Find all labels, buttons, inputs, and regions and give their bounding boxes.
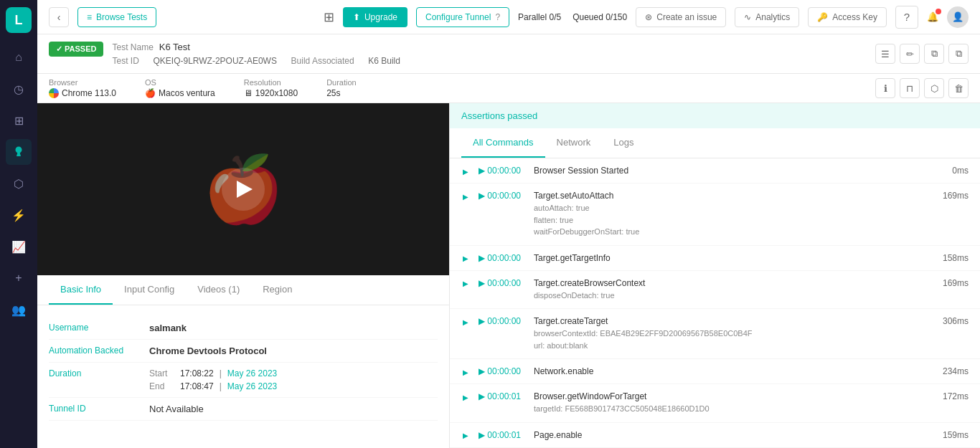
content-area: 🍎 Basic Info Input Config Videos (1) Reg… — [37, 103, 980, 448]
end-label: End — [149, 381, 174, 391]
tunnel-row: Tunnel ID Not Available — [49, 398, 438, 421]
topnav-left: ‹ ≡ Browse Tests — [49, 7, 156, 27]
os-info-item: OS 🍎 Macos ventura — [145, 78, 215, 98]
expand-icon[interactable]: ▶ — [461, 254, 470, 263]
grid-icon[interactable]: ⊞ — [6, 108, 32, 133]
share-icon-button[interactable]: ⬡ — [924, 78, 944, 98]
robot-icon[interactable] — [6, 139, 32, 165]
resolution-value: 🖥 1920x1080 — [244, 88, 298, 98]
command-row: ▶ ▶ 00:00:00 Target.createTarget browser… — [450, 309, 980, 359]
start-time-row: Start 17:08:22 | May 26 2023 — [149, 368, 277, 378]
command-params: targetId: FE568B9017473CC505048E18660D1D… — [534, 403, 934, 415]
duration-label: Duration — [49, 368, 149, 391]
copy-icon-button[interactable]: ⧉ — [924, 44, 944, 64]
status-badge: ✓ PASSED — [49, 42, 103, 57]
test-id-label: Test ID — [112, 56, 138, 66]
command-row: ▶ ▶ 00:00:01 Page.enable 159ms — [450, 423, 980, 448]
left-panel: 🍎 Basic Info Input Config Videos (1) Reg… — [37, 103, 450, 448]
tab-network[interactable]: Network — [545, 128, 603, 158]
access-key-button[interactable]: 🔑 Access Key — [808, 7, 887, 27]
play-button[interactable] — [222, 168, 265, 211]
parallel-info: Parallel 0/5 Queued 0/150 — [518, 12, 627, 22]
test-name-row: Test Name K6 Test — [112, 42, 400, 52]
list-icon-button[interactable]: ☰ — [875, 44, 895, 64]
expand-icon[interactable]: ▶ — [461, 368, 470, 376]
command-details: Target.getTargetInfo — [534, 253, 934, 263]
command-params: autoAttach: trueflatten: truewaitForDebu… — [534, 202, 934, 238]
test-header-actions: ☰ ✏ ⧉ ⧉ — [875, 44, 969, 64]
tab-basic-info[interactable]: Basic Info — [49, 275, 113, 305]
browser-info-bar: Browser Chrome 113.0 OS 🍎 Macos ventura … — [37, 74, 980, 103]
chart-icon[interactable]: 📈 — [6, 234, 32, 259]
automation-label: Automation Backed — [49, 345, 149, 356]
queued-label: Queued 0/150 — [573, 12, 627, 22]
expand-icon[interactable]: ▶ — [461, 192, 470, 201]
browse-tests-button[interactable]: ≡ Browse Tests — [77, 7, 156, 27]
monitor-icon: 🖥 — [244, 88, 253, 98]
clock-icon[interactable]: ◷ — [6, 76, 32, 102]
edit-icon-button[interactable]: ✏ — [900, 44, 920, 64]
reset-icon-button[interactable]: ⊓ — [900, 78, 920, 98]
expand-icon[interactable]: ▶ — [461, 167, 470, 176]
delete-icon-button[interactable]: ⧉ — [948, 44, 969, 64]
os-icon: 🍎 — [145, 88, 156, 98]
username-label: Username — [49, 323, 149, 333]
notification-badge — [936, 9, 941, 14]
commands-tabs-bar: All Commands Network Logs — [450, 128, 980, 158]
command-time: ▶ 00:00:00 — [479, 278, 525, 288]
logo[interactable]: L — [6, 7, 32, 33]
command-time: ▶ 00:00:00 — [479, 166, 525, 176]
video-player[interactable]: 🍎 — [37, 103, 449, 275]
expand-icon[interactable]: ▶ — [461, 318, 470, 326]
command-duration: 306ms — [943, 316, 969, 326]
create-issue-button[interactable]: ⊛ Create an issue — [636, 7, 726, 27]
analytics-label: Analytics — [755, 12, 790, 22]
plus-icon[interactable]: + — [6, 265, 32, 291]
command-duration: 172ms — [943, 391, 969, 401]
build-value: K6 Build — [368, 56, 400, 66]
key-icon: 🔑 — [817, 12, 828, 22]
help-button[interactable]: ? — [895, 6, 918, 29]
command-time: ▶ 00:00:00 — [479, 191, 525, 201]
user-avatar[interactable]: 👤 — [947, 6, 969, 28]
expand-icon[interactable]: ▶ — [461, 432, 470, 440]
tunnel-label: Tunnel ID — [49, 404, 149, 414]
duration-info-item: Duration 25s — [326, 78, 357, 98]
command-details: Browser Session Started — [534, 166, 943, 176]
expand-icon[interactable]: ▶ — [461, 393, 470, 401]
tab-region[interactable]: Region — [251, 275, 303, 305]
analytics-button[interactable]: ∿ Analytics — [735, 7, 799, 27]
configure-tunnel-button[interactable]: Configure Tunnel ? — [416, 7, 509, 27]
duration-value: 25s — [326, 88, 357, 98]
expand-icon[interactable]: ▶ — [461, 280, 470, 288]
browser-icon — [49, 88, 59, 98]
command-details: Browser.getWindowForTarget targetId: FE5… — [534, 391, 934, 415]
trash-icon-button[interactable]: 🗑 — [948, 78, 969, 98]
basic-info-panel: Username salmank Automation Backed Chrom… — [37, 305, 449, 448]
lightning-icon[interactable]: ⚡ — [6, 202, 32, 228]
os-value: 🍎 Macos ventura — [145, 88, 215, 98]
layers-icon[interactable]: ⬡ — [6, 171, 32, 196]
topnav: ‹ ≡ Browse Tests ⊞ ⬆ Upgrade Configure T… — [37, 0, 980, 34]
tab-videos[interactable]: Videos (1) — [186, 275, 251, 305]
end-time-row: End 17:08:47 | May 26 2023 — [149, 381, 277, 391]
command-details: Target.createTarget browserContextId: EB… — [534, 316, 934, 351]
apps-grid-icon[interactable]: ⊞ — [324, 9, 334, 25]
notifications-icon[interactable]: 🔔 — [927, 11, 938, 22]
start-label: Start — [149, 368, 174, 378]
browser-action-icons: ℹ ⊓ ⬡ 🗑 — [875, 78, 969, 98]
test-id-row: Test ID QKEIQ-9LRWZ-2POUZ-AE0WS Build As… — [112, 55, 400, 66]
tab-input-config[interactable]: Input Config — [113, 275, 186, 305]
info-icon-button[interactable]: ℹ — [875, 78, 895, 98]
command-time: ▶ 00:00:01 — [479, 430, 525, 440]
tab-all-commands[interactable]: All Commands — [461, 128, 545, 158]
browse-tests-icon: ≡ — [87, 12, 92, 22]
test-header: ✓ PASSED Test Name K6 Test Test ID QKEIQ… — [37, 34, 980, 74]
back-button[interactable]: ‹ — [49, 7, 69, 27]
resolution-info-item: Resolution 🖥 1920x1080 — [244, 78, 298, 98]
start-value: 17:08:22 — [180, 368, 214, 378]
user-group-icon[interactable]: 👥 — [6, 297, 32, 323]
home-icon[interactable]: ⌂ — [6, 44, 32, 70]
upgrade-button[interactable]: ⬆ Upgrade — [343, 7, 407, 27]
tab-logs[interactable]: Logs — [602, 128, 645, 158]
